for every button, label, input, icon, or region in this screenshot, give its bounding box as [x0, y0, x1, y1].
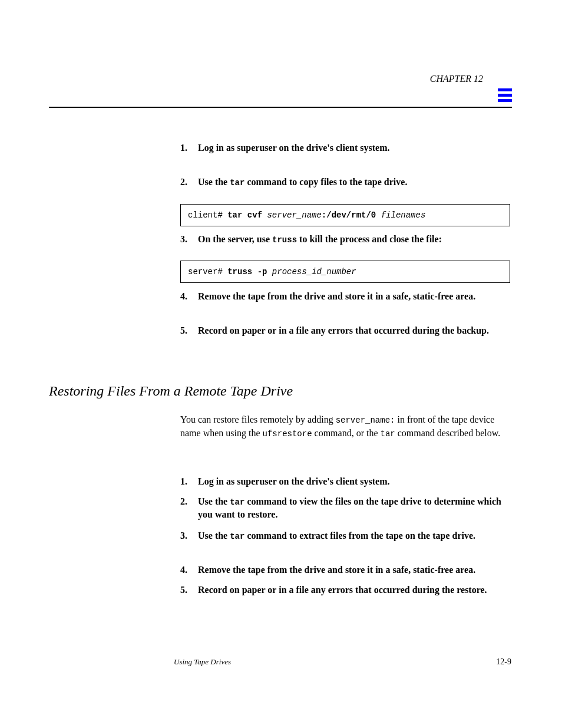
step-number: 5. [180, 584, 196, 597]
restore-step-2: 2. Use the tar command to view the files… [180, 495, 510, 521]
command-text: client# tar cvf server_name:/dev/rmt/0 f… [188, 210, 425, 220]
command-box-2: server# truss -p process_id_number [180, 261, 510, 283]
footer-title: Using Tape Drives [174, 657, 231, 667]
step-text: Use the tar command to copy files to the… [198, 176, 504, 189]
step-number: 3. [180, 529, 196, 542]
step-text: Remove the tape from the drive and store… [198, 564, 504, 577]
header-rule [49, 107, 512, 108]
footer-page-number: 12-9 [496, 657, 511, 667]
step-text: Use the tar command to view the files on… [198, 495, 504, 521]
command-box-1: client# tar cvf server_name:/dev/rmt/0 f… [180, 204, 510, 226]
step-text: Log in as superuser on the drive's clien… [198, 141, 504, 154]
restore-step-1: 1. Log in as superuser on the drive's cl… [180, 475, 510, 488]
step-text: Log in as superuser on the drive's clien… [198, 475, 504, 488]
step-number: 1. [180, 475, 196, 488]
step-number: 4. [180, 564, 196, 577]
section-heading-restoring: Restoring Files From a Remote Tape Drive [49, 383, 293, 399]
step-2: 2. Use the tar command to copy files to … [180, 176, 510, 189]
step-number: 4. [180, 290, 196, 303]
restore-step-4: 4. Remove the tape from the drive and st… [180, 564, 510, 577]
restore-step-5: 5. Record on paper or in a file any erro… [180, 584, 510, 597]
step-number: 2. [180, 495, 196, 508]
chapter-label: CHAPTER 12 [412, 74, 483, 84]
step-text: Remove the tape from the drive and store… [198, 290, 504, 303]
step-4: 4. Remove the tape from the drive and st… [180, 290, 510, 303]
step-number: 5. [180, 324, 196, 337]
step-number: 1. [180, 141, 196, 154]
restore-intro-paragraph: You can restore files remotely by adding… [180, 413, 510, 440]
step-number: 2. [180, 176, 196, 189]
step-text: On the server, use truss to kill the pro… [198, 233, 504, 246]
step-text: Record on paper or in a file any errors … [198, 584, 504, 597]
step-text: Use the tar command to extract files fro… [198, 529, 504, 542]
step-number: 3. [180, 233, 196, 246]
step-5: 5. Record on paper or in a file any erro… [180, 324, 510, 337]
restore-step-3: 3. Use the tar command to extract files … [180, 529, 510, 542]
step-text: Record on paper or in a file any errors … [198, 324, 504, 337]
step-3: 3. On the server, use truss to kill the … [180, 233, 510, 246]
step-1: 1. Log in as superuser on the drive's cl… [180, 141, 510, 154]
page-root: CHAPTER 12 1. Log in as superuser on the… [0, 0, 562, 728]
command-text: server# truss -p process_id_number [188, 267, 356, 276]
menu-icon[interactable] [498, 88, 512, 103]
